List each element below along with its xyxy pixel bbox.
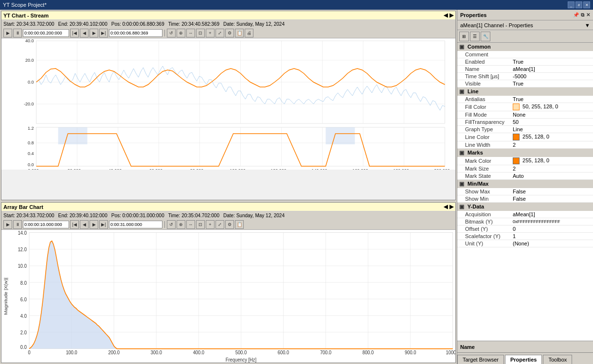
svg-text:800.0: 800.0 [362, 350, 374, 355]
fill-color-swatch [513, 104, 520, 110]
prop-filltransparency-value[interactable]: 50 [511, 119, 593, 126]
prop-timeshift-value[interactable]: -5000 [511, 73, 593, 80]
array-end-btn[interactable]: ▶| [99, 220, 108, 229]
array-prev-btn[interactable]: ◀ [444, 204, 448, 210]
array-zoom-btn[interactable]: ⊕ [177, 220, 185, 229]
array-pos-input[interactable] [109, 221, 162, 228]
props-tool-wrench-btn[interactable]: 🔧 [481, 32, 490, 41]
close-btn[interactable]: ✕ [583, 1, 590, 8]
section-line: ▣ Line [457, 87, 593, 96]
prop-unit-value[interactable]: (None) [511, 240, 593, 247]
svg-text:14.0: 14.0 [18, 230, 27, 236]
array-pan-btn[interactable]: ↔ [186, 220, 195, 229]
svg-text:0.0: 0.0 [20, 344, 27, 349]
svg-text:0.000ms: 0.000ms [28, 168, 45, 170]
tab-target-browser[interactable]: Target Browser [457, 355, 504, 364]
section-line-toggle[interactable]: ▣ [459, 88, 464, 94]
end-btn[interactable]: ▶| [99, 29, 108, 37]
prop-graphtype-value[interactable]: Line [511, 126, 593, 133]
zoom-btn[interactable]: ⊕ [177, 29, 185, 37]
props-subtitle-dropdown[interactable]: ▼ [585, 22, 590, 28]
prop-markcolor-value[interactable]: 255, 128, 0 [511, 157, 593, 165]
array-chart-title-bar: Array Bar Chart ◀ ▶ [1, 203, 455, 211]
max-btn[interactable]: ⤢ [216, 29, 224, 37]
array-chart-title: Array Bar Chart [3, 204, 43, 210]
array-fit-btn[interactable]: ⊡ [196, 220, 205, 229]
prop-acquisition-value[interactable]: aMean[1] [511, 211, 593, 218]
svg-text:60.000ms: 60.000ms [149, 168, 169, 170]
array-export-btn[interactable]: 📋 [235, 220, 244, 229]
yt-next-btn[interactable]: ▶ [449, 12, 453, 18]
tab-toolbox[interactable]: Toolbox [543, 355, 572, 364]
prop-fillcolor-value[interactable]: 50, 255, 128, 0 [511, 103, 593, 111]
time-input[interactable] [23, 29, 69, 37]
array-cursor-btn[interactable]: + [206, 220, 215, 229]
pin-btn[interactable]: # [575, 1, 582, 8]
print-btn[interactable]: 🖨 [245, 29, 253, 37]
section-ydata-toggle[interactable]: ▣ [459, 204, 464, 209]
array-play-btn[interactable]: ▶ [3, 220, 12, 229]
refresh-btn[interactable]: ↺ [167, 29, 176, 37]
export-btn[interactable]: 📋 [235, 29, 244, 37]
prop-name-value[interactable]: aMean[1] [511, 66, 593, 73]
prop-enabled-value[interactable]: True [511, 58, 593, 66]
array-start-btn[interactable]: |◀ [70, 220, 79, 229]
array-next-btn[interactable]: ▶ [449, 204, 453, 210]
row-scalefactor: Scalefactor (Y) 1 [457, 233, 593, 240]
props-pin-btn[interactable]: 📌 [573, 12, 579, 18]
prev-btn[interactable]: ◀ [80, 29, 89, 37]
fit-btn[interactable]: ⊡ [196, 29, 205, 37]
prop-offset-value[interactable]: 0 [511, 225, 593, 233]
section-marks-toggle[interactable]: ▣ [459, 150, 464, 156]
array-prev-btn2[interactable]: ◀ [80, 220, 89, 229]
props-tool-list-btn[interactable]: ☰ [470, 32, 480, 41]
prop-markstate-value[interactable]: Auto [511, 173, 593, 180]
props-tool-grid-btn[interactable]: ⊞ [459, 32, 469, 41]
props-float-btn[interactable]: ⧉ [581, 12, 584, 18]
svg-text:1.2: 1.2 [28, 126, 34, 131]
row-unit: Unit (Y) (None) [457, 240, 593, 247]
yt-prev-btn[interactable]: ◀ [444, 12, 448, 18]
props-name-bar: Name [457, 341, 593, 352]
props-close-btn[interactable]: ✕ [586, 12, 590, 18]
array-pause-btn[interactable]: ⏸ [13, 220, 22, 229]
prop-marksize-value[interactable]: 2 [511, 165, 593, 173]
yt-chart-info: Start: 20:34:33.702:000 End: 20:39:40.10… [1, 20, 455, 28]
start-btn[interactable]: |◀ [70, 29, 79, 37]
section-line-label: ▣ Line [457, 87, 593, 96]
array-time-input[interactable] [23, 221, 69, 228]
pos-input[interactable] [109, 29, 162, 37]
array-next-btn2[interactable]: ▶ [90, 220, 98, 229]
array-refresh-btn[interactable]: ↺ [167, 220, 176, 229]
prop-bitmask-value[interactable]: 0xFFFFFFFFFFFFFFFF [511, 218, 593, 225]
prop-fillmode-value[interactable]: None [511, 111, 593, 119]
array-settings-btn[interactable]: ⚙ [225, 220, 234, 229]
prop-showmax-value[interactable]: False [511, 188, 593, 195]
prop-name-label: Name [457, 66, 511, 73]
prop-comment-value[interactable] [511, 51, 593, 58]
svg-text:300.0: 300.0 [151, 350, 162, 355]
settings-btn[interactable]: ⚙ [225, 29, 234, 37]
prop-showmin-value[interactable]: False [511, 195, 593, 203]
tab-properties[interactable]: Properties [505, 355, 542, 364]
play-btn[interactable]: ▶ [3, 29, 12, 37]
section-common-toggle[interactable]: ▣ [459, 44, 464, 50]
prop-antialias-value[interactable]: True [511, 96, 593, 103]
prop-scalefactor-value[interactable]: 1 [511, 233, 593, 240]
array-max-btn[interactable]: ⤢ [216, 220, 224, 229]
array-chart-area: 14.0 12.0 10.0 8.0 6.0 4.0 2.0 0.0 Magni… [1, 230, 455, 363]
prop-linewidth-value[interactable]: 2 [511, 141, 593, 149]
minimize-btn[interactable]: _ [568, 1, 575, 8]
prop-linecolor-value[interactable]: 255, 128, 0 [511, 133, 593, 141]
pause-btn[interactable]: ⏸ [13, 29, 22, 37]
row-timeshift: Time Shift [µs] -5000 [457, 73, 593, 80]
cursor-btn[interactable]: + [206, 29, 215, 37]
next-btn[interactable]: ▶ [90, 29, 98, 37]
svg-text:100.000ms: 100.000ms [230, 168, 252, 170]
props-title-bar: Properties 📌 ⧉ ✕ [457, 10, 593, 20]
row-name: Name aMean[1] [457, 66, 593, 73]
svg-text:20.0: 20.0 [25, 58, 34, 63]
section-minmax-toggle[interactable]: ▣ [459, 181, 464, 187]
prop-visible-value[interactable]: True [511, 80, 593, 87]
pan-btn[interactable]: ↔ [186, 29, 195, 37]
